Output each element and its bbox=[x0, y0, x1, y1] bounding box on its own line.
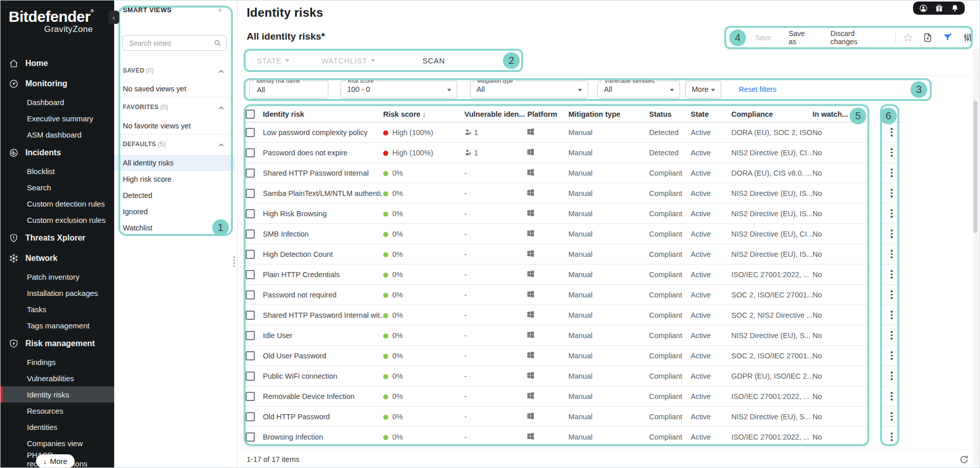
row-checkbox[interactable] bbox=[246, 270, 255, 279]
kebab-menu-icon[interactable] bbox=[889, 430, 895, 443]
table-row[interactable]: Password not required0%-ManualCompliantA… bbox=[246, 285, 867, 305]
sidebar-item-network[interactable]: Network bbox=[1, 248, 114, 269]
sidebar-item-asm-dashboard[interactable]: ASM dashboard bbox=[1, 126, 114, 143]
sidebar-item-tags-management[interactable]: Tags management bbox=[1, 317, 114, 333]
kebab-menu-icon[interactable] bbox=[889, 146, 895, 159]
column-header-vulnerable-iden-[interactable]: Vulnerable iden... bbox=[464, 110, 527, 118]
sidebar-item-custom-exclusion-rules[interactable]: Custom exclusion rules bbox=[1, 212, 114, 228]
smart-view-item-all-identity-risks[interactable]: All identity risks bbox=[114, 155, 235, 171]
panel-resize-handle[interactable] bbox=[233, 256, 236, 267]
refresh-icon[interactable] bbox=[959, 454, 970, 465]
sidebar-item-executive-summary[interactable]: Executive summary bbox=[1, 110, 114, 126]
table-row[interactable]: Shared HTTP Password Internal wit...0%-M… bbox=[246, 305, 867, 325]
sidebar-item-home[interactable]: Home bbox=[1, 53, 114, 74]
scrollbar-track[interactable] bbox=[973, 49, 979, 465]
sidebar-item-search[interactable]: Search bbox=[1, 179, 114, 195]
table-row[interactable]: High Risk Browsing0%-ManualCompliantActi… bbox=[246, 204, 867, 224]
column-header-identity-risk[interactable]: Identity risk bbox=[263, 110, 383, 118]
chevron-up-icon[interactable] bbox=[218, 68, 225, 75]
table-row[interactable]: Public WiFi connection0%-ManualCompliant… bbox=[246, 366, 867, 386]
sidebar-item-patch-inventory[interactable]: Patch inventory bbox=[1, 269, 114, 285]
select-all-checkbox[interactable] bbox=[246, 110, 255, 119]
row-checkbox[interactable] bbox=[246, 209, 255, 218]
row-checkbox[interactable] bbox=[246, 250, 255, 259]
sidebar-item-identities[interactable]: Identities bbox=[1, 419, 114, 435]
row-checkbox[interactable] bbox=[246, 432, 255, 442]
column-header-state[interactable]: State bbox=[691, 110, 731, 118]
chevron-up-icon[interactable] bbox=[218, 142, 225, 149]
favorites-section-header[interactable]: FAVORITES(0) bbox=[123, 104, 168, 111]
search-views-input[interactable] bbox=[128, 39, 210, 48]
sidebar-item-companies-view[interactable]: Companies view bbox=[1, 435, 114, 451]
sidebar-item-resources[interactable]: Resources bbox=[1, 403, 114, 419]
smart-view-item-ignored[interactable]: Ignored bbox=[114, 204, 235, 220]
filter-risk-score[interactable]: Risk score100 - 0 bbox=[341, 81, 457, 98]
bell-icon[interactable] bbox=[951, 4, 959, 13]
row-checkbox[interactable] bbox=[246, 372, 255, 381]
row-checkbox[interactable] bbox=[246, 128, 255, 137]
table-row[interactable]: SMB Infection0%-ManualCompliantActiveNIS… bbox=[246, 224, 867, 244]
table-row[interactable]: Shared HTTP Password Internal0%-ManualCo… bbox=[246, 163, 867, 183]
row-checkbox[interactable] bbox=[246, 189, 255, 198]
row-checkbox[interactable] bbox=[246, 392, 255, 401]
sidebar-item-threats-xplorer[interactable]: Threats Xplorer bbox=[1, 228, 114, 248]
kebab-menu-icon[interactable] bbox=[889, 370, 895, 382]
action-scan-button[interactable]: SCAN bbox=[423, 56, 445, 65]
filter-value-input[interactable] bbox=[256, 85, 318, 94]
smart-views-collapse-button[interactable]: ‹ bbox=[219, 6, 221, 14]
kebab-menu-icon[interactable] bbox=[889, 329, 895, 342]
kebab-menu-icon[interactable] bbox=[889, 248, 895, 260]
column-header-compliance[interactable]: Compliance bbox=[731, 110, 813, 118]
sidebar-item-blocklist[interactable]: Blocklist bbox=[1, 163, 114, 179]
filter-more-button[interactable]: More bbox=[685, 81, 721, 98]
column-header-risk-score[interactable]: Risk score↓ bbox=[383, 110, 464, 118]
sidebar-item-dashboard[interactable]: Dashboard bbox=[1, 94, 114, 110]
smart-view-item-detected[interactable]: Detected bbox=[114, 187, 235, 204]
export-icon[interactable] bbox=[923, 32, 933, 43]
table-row[interactable]: Old HTTP Password0%-ManualCompliantActiv… bbox=[246, 407, 867, 427]
table-row[interactable]: Plain HTTP Credentials0%-ManualCompliant… bbox=[246, 264, 867, 285]
row-checkbox[interactable] bbox=[246, 148, 255, 157]
smart-view-item-high-risk-score[interactable]: High risk score bbox=[114, 171, 235, 187]
sidebar-item-incidents[interactable]: Incidents bbox=[1, 143, 114, 163]
row-checkbox[interactable] bbox=[246, 311, 255, 320]
filter-funnel-icon[interactable] bbox=[942, 32, 953, 43]
gift-icon[interactable] bbox=[935, 4, 943, 13]
sidebar-item-custom-detection-rules[interactable]: Custom detection rules bbox=[1, 195, 114, 212]
table-row[interactable]: Low password complexity policyHigh (100%… bbox=[246, 122, 867, 143]
saved-section-header[interactable]: SAVED(0) bbox=[123, 67, 154, 74]
table-row[interactable]: Removable Device Infection0%-ManualCompl… bbox=[246, 386, 867, 407]
filter-vulnerable-identities[interactable]: Vulnerable identitiesAll bbox=[597, 81, 680, 98]
scrollbar-thumb[interactable] bbox=[973, 101, 977, 233]
kebab-menu-icon[interactable] bbox=[889, 227, 895, 240]
column-header-status[interactable]: Status bbox=[649, 110, 691, 118]
row-checkbox[interactable] bbox=[246, 229, 255, 239]
sidebar-item-risk-management[interactable]: Risk management bbox=[1, 333, 114, 354]
column-settings-icon[interactable] bbox=[962, 32, 973, 43]
table-row[interactable]: Idle User0%-ManualCompliantActiveNIS2 Di… bbox=[246, 325, 867, 346]
favorite-star-icon[interactable] bbox=[903, 32, 914, 43]
save-as-button[interactable]: Save as bbox=[789, 29, 813, 46]
table-row[interactable]: Old User Password0%-ManualCompliantActiv… bbox=[246, 346, 867, 366]
sidebar-more-button[interactable]: ↓ More bbox=[36, 454, 75, 468]
kebab-menu-icon[interactable] bbox=[889, 288, 895, 301]
kebab-menu-icon[interactable] bbox=[889, 268, 895, 281]
action-state-button[interactable]: STATE bbox=[257, 56, 289, 65]
table-row[interactable]: Password does not expireHigh (100%)1Manu… bbox=[246, 143, 867, 163]
kebab-menu-icon[interactable] bbox=[889, 187, 895, 199]
sidebar-item-monitoring[interactable]: Monitoring bbox=[1, 74, 114, 94]
sidebar-item-findings[interactable]: Findings bbox=[1, 354, 114, 370]
table-row[interactable]: Browsing Infection0%-ManualCompliantActi… bbox=[246, 427, 867, 447]
row-checkbox[interactable] bbox=[246, 169, 255, 178]
row-checkbox[interactable] bbox=[246, 331, 255, 340]
sidebar-item-tasks[interactable]: Tasks bbox=[1, 301, 114, 317]
column-header-mitigation-type[interactable]: Mitigation type bbox=[568, 110, 649, 118]
kebab-menu-icon[interactable] bbox=[889, 207, 895, 220]
save-button[interactable]: Save bbox=[755, 34, 771, 42]
kebab-menu-icon[interactable] bbox=[889, 126, 895, 139]
action-watchlist-button[interactable]: WATCHLIST bbox=[321, 56, 375, 65]
sidebar-item-installation-packages[interactable]: Installation packages bbox=[1, 285, 114, 301]
column-header-platform[interactable]: Platform bbox=[527, 110, 568, 118]
account-icon[interactable] bbox=[919, 4, 928, 13]
reset-filters-link[interactable]: Reset filters bbox=[739, 85, 776, 93]
